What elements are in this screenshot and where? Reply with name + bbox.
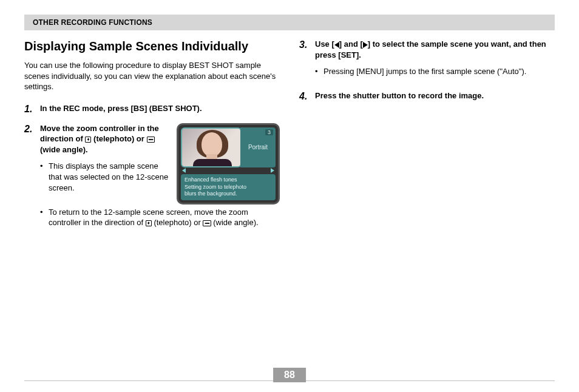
telephoto-icon: ♦ xyxy=(146,220,152,226)
bullet-dot: • xyxy=(40,207,49,228)
preview-description: Enhanced flesh tones Setting zoom to tel… xyxy=(181,174,276,200)
step-2: 2. Move the zoom controller in the direc… xyxy=(24,123,280,233)
preview-desc-line: blurs the background. xyxy=(185,191,272,198)
step-number: 2. xyxy=(24,123,40,233)
intro-paragraph: You can use the following procedure to d… xyxy=(24,60,280,92)
preview-index: 3 xyxy=(265,129,273,135)
page: OTHER RECORDING FUNCTIONS Displaying Sam… xyxy=(0,0,579,392)
bullet-text: Pressing [MENU] jumps to the first sampl… xyxy=(323,66,555,77)
right-column: 3. Use [] and [] to select the sample sc… xyxy=(299,39,555,242)
wide-angle-icon: •••• xyxy=(203,220,211,226)
bullet-text: This displays the sample scene that was … xyxy=(49,161,171,193)
step2-text-post: (wide angle). xyxy=(40,145,88,154)
s3-pre: Use [ xyxy=(315,39,334,49)
step-number: 1. xyxy=(24,103,40,115)
sample-scene-preview: 3 Portrait Enhanced flesh tones xyxy=(177,123,280,204)
step-2-title: Move the zoom controller in the directio… xyxy=(40,123,171,155)
bullet-dot: • xyxy=(315,66,323,77)
step-number: 4. xyxy=(299,90,315,102)
preview-desc-line: Enhanced flesh tones xyxy=(185,177,272,184)
preview-frame: 3 Portrait Enhanced flesh tones xyxy=(177,123,280,204)
step-1-title: In the REC mode, press [BS] (BEST SHOT). xyxy=(40,103,280,114)
step-number: 3. xyxy=(299,39,315,82)
content-columns: Displaying Sample Scenes Individually Yo… xyxy=(24,39,555,242)
preview-side-panel: 3 Portrait xyxy=(240,127,276,167)
section-header-text: OTHER RECORDING FUNCTIONS xyxy=(33,18,152,27)
b2-mid: (telephoto) or xyxy=(154,218,203,227)
preview-nav xyxy=(181,168,276,173)
preview-nav-right-icon xyxy=(271,168,274,173)
step-3: 3. Use [] and [] to select the sample sc… xyxy=(299,39,555,82)
step-2-bullet-2: • To return to the 12-sample scene scree… xyxy=(40,207,280,228)
step-2-bullet-1: • This displays the sample scene that wa… xyxy=(40,161,171,193)
preview-nav-left-icon xyxy=(182,168,186,173)
s3-mid: ] and [ xyxy=(339,39,363,49)
page-title: Displaying Sample Scenes Individually xyxy=(24,39,280,54)
telephoto-icon: ♦ xyxy=(85,137,91,143)
wide-angle-icon: •••• xyxy=(147,137,155,143)
bullet-text: To return to the 12-sample scene screen,… xyxy=(49,207,280,228)
left-column: Displaying Sample Scenes Individually Yo… xyxy=(24,39,280,242)
preview-label: Portrait xyxy=(248,144,268,150)
step-4-title: Press the shutter button to record the i… xyxy=(315,90,555,101)
bullet-dot: • xyxy=(40,161,49,193)
preview-desc-line: Setting zoom to telephoto xyxy=(185,184,272,191)
step2-text-mid: (telephoto) or xyxy=(93,134,146,143)
page-footer: 88 xyxy=(24,380,555,381)
page-number: 88 xyxy=(273,368,306,382)
triangle-right-icon xyxy=(363,42,368,48)
step-4: 4. Press the shutter button to record th… xyxy=(299,90,555,102)
step-1: 1. In the REC mode, press [BS] (BEST SHO… xyxy=(24,103,280,115)
step-3-title: Use [] and [] to select the sample scene… xyxy=(315,39,555,60)
step-3-bullet-1: • Pressing [MENU] jumps to the first sam… xyxy=(315,66,555,77)
b2-post: (wide angle). xyxy=(213,218,258,227)
triangle-left-icon xyxy=(334,42,339,48)
preview-photo xyxy=(181,127,242,167)
section-header-bar: OTHER RECORDING FUNCTIONS xyxy=(24,15,555,30)
